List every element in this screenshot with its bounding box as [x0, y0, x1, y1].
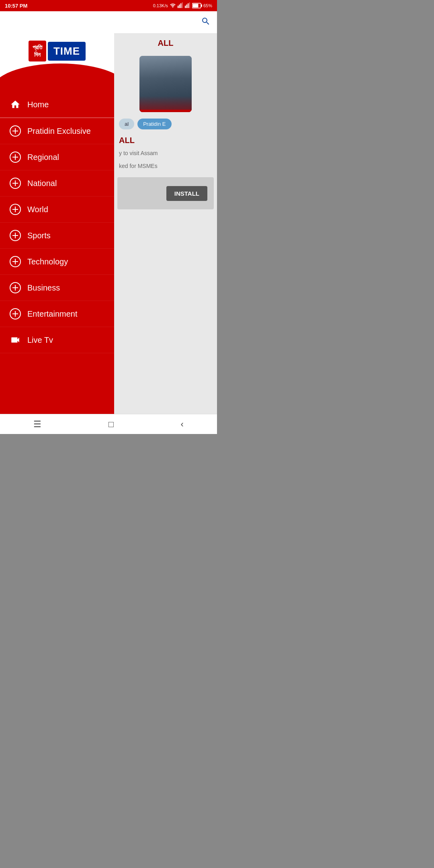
nav-list: Home Pratidin Exclusive Regional: [0, 92, 114, 434]
sidebar-item-national[interactable]: National: [0, 170, 114, 197]
wifi-icon: [170, 2, 176, 9]
logo-time: TIME: [48, 42, 86, 61]
svg-rect-9: [192, 4, 198, 8]
status-bar: 10:57 PM 0.13K/s 65%: [0, 0, 217, 11]
sidebar-item-home[interactable]: Home: [0, 92, 114, 118]
news-snippet-2: ked for MSMEs: [114, 161, 217, 174]
right-panel-header: [114, 11, 217, 34]
home-icon: [10, 99, 21, 110]
circle-plus-icon-7: [10, 282, 21, 293]
all-label-2: ALL: [114, 133, 217, 148]
sidebar-item-pratidin-exclusive-label: Pratidin Exclusive: [27, 127, 91, 136]
home-square-icon[interactable]: □: [108, 419, 114, 430]
circle-plus-icon: [10, 125, 21, 137]
drawer: প্রতিদিন TIME Home Pratidin Exclus: [0, 11, 114, 434]
sidebar-item-home-label: Home: [27, 100, 49, 109]
circle-plus-icon-6: [10, 256, 21, 267]
all-label-1: ALL: [114, 34, 217, 53]
search-icon[interactable]: [201, 16, 211, 29]
status-time: 10:57 PM: [5, 3, 27, 9]
logo-wrapper: প্রতিদিন TIME: [29, 41, 86, 61]
sidebar-item-sports[interactable]: Sports: [0, 223, 114, 249]
news-snippet-1: y to visit Assam: [114, 148, 217, 161]
status-icons: 0.13K/s 65%: [153, 2, 212, 9]
sidebar-item-live-tv-label: Live Tv: [27, 336, 53, 345]
tags-row: al Pratidin E: [114, 115, 217, 133]
sidebar-item-technology[interactable]: Technology: [0, 249, 114, 275]
circle-plus-icon-2: [10, 151, 21, 163]
sidebar-item-business-label: Business: [27, 283, 60, 293]
signal-icon: [178, 2, 183, 9]
circle-plus-icon-3: [10, 178, 21, 189]
circle-plus-icon-5: [10, 230, 21, 241]
sidebar-item-national-label: National: [27, 179, 57, 188]
logo-pratidin: প্রতিদিন: [29, 41, 46, 61]
svg-rect-2: [180, 3, 181, 8]
sidebar-item-regional-label: Regional: [27, 153, 59, 162]
svg-rect-6: [188, 3, 188, 8]
svg-rect-10: [201, 4, 202, 7]
sidebar-item-entertainment[interactable]: Entertainment: [0, 301, 114, 327]
sidebar-item-live-tv[interactable]: Live Tv: [0, 327, 114, 353]
logo-area: প্রতিদিন TIME: [0, 11, 114, 92]
menu-icon[interactable]: ☰: [33, 419, 41, 430]
sidebar-item-world-label: World: [27, 205, 48, 214]
app-container: প্রতিদিন TIME Home Pratidin Exclus: [0, 11, 217, 434]
battery-icon: 65%: [192, 3, 212, 8]
svg-rect-5: [186, 4, 187, 8]
tag-pratidin[interactable]: Pratidin E: [137, 119, 171, 129]
svg-rect-7: [189, 2, 190, 8]
sidebar-item-regional[interactable]: Regional: [0, 144, 114, 170]
circle-plus-icon-4: [10, 204, 21, 215]
install-banner: INSTALL: [117, 177, 214, 209]
news-card-image: [139, 56, 192, 112]
tag-al[interactable]: al: [119, 119, 134, 129]
sidebar-item-pratidin-exclusive[interactable]: Pratidin Exclusive: [0, 118, 114, 144]
svg-rect-0: [178, 6, 178, 8]
svg-rect-1: [179, 4, 180, 8]
signal-icon-2: [185, 2, 190, 9]
network-speed: 0.13K/s: [153, 3, 168, 8]
bottom-nav: ☰ □ ‹: [0, 414, 217, 434]
svg-rect-4: [185, 6, 186, 8]
sidebar-item-world[interactable]: World: [0, 197, 114, 223]
tv-camera-icon: [10, 334, 21, 346]
sidebar-item-entertainment-label: Entertainment: [27, 309, 78, 319]
right-panel: ALL al Pratidin E ALL y to visit Assam k…: [114, 11, 217, 434]
sidebar-item-sports-label: Sports: [27, 231, 51, 240]
sidebar-item-business[interactable]: Business: [0, 275, 114, 301]
circle-plus-icon-8: [10, 308, 21, 319]
install-button[interactable]: INSTALL: [166, 186, 207, 201]
sidebar-item-technology-label: Technology: [27, 257, 68, 266]
back-icon[interactable]: ‹: [180, 419, 183, 430]
svg-rect-3: [182, 2, 182, 8]
